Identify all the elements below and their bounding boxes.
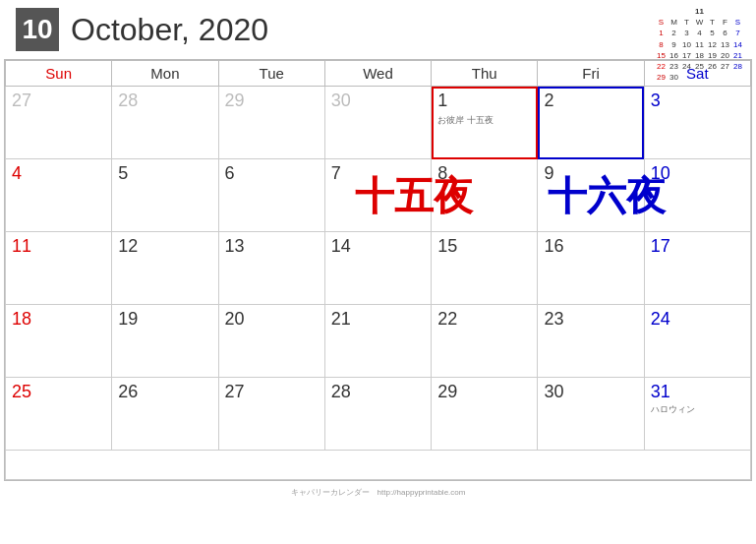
- day-num: 23: [544, 309, 563, 329]
- day-num: 31: [651, 382, 670, 401]
- cell-oct11: 11: [6, 232, 112, 305]
- day-num: 26: [118, 382, 138, 401]
- cell-oct4: 4: [6, 159, 112, 232]
- day-num: 20: [225, 309, 245, 329]
- day-num: 16: [544, 236, 563, 256]
- day-num: 7: [331, 163, 341, 183]
- cell-oct13: 13: [218, 232, 324, 305]
- cell-oct5: 5: [112, 159, 218, 232]
- cell-oct12: 12: [112, 232, 218, 305]
- cell-oct6: 6: [218, 159, 324, 232]
- month-number: 10: [16, 8, 59, 51]
- day-num: 28: [118, 91, 138, 110]
- footer-credit: キャパリーカレンダー http://happyprintable.com: [0, 485, 756, 500]
- cell-oct31: 31 ハロウィン: [644, 378, 750, 451]
- week-row-1: 27 28 29 30 1 お彼岸 十五夜: [6, 87, 751, 159]
- week-row-2: 4 5 6 7 十五夜 8 9: [6, 159, 751, 232]
- day-num: 19: [118, 309, 138, 329]
- cell-oct15: 15: [432, 232, 538, 305]
- cell-sep29: 29: [218, 87, 324, 159]
- day-num: 22: [437, 309, 457, 329]
- cell-oct24: 24: [644, 305, 750, 378]
- day-num: 15: [437, 236, 457, 256]
- day-num: 30: [331, 91, 351, 110]
- cell-oct30: 30: [538, 378, 644, 451]
- day-num: 27: [225, 382, 245, 401]
- cell-sep28: 28: [112, 87, 218, 159]
- day-num: 18: [12, 309, 31, 329]
- month-title: October, 2020: [71, 12, 268, 48]
- mini-month: 11: [655, 6, 744, 17]
- day-num: 29: [437, 382, 457, 401]
- cell-oct16: 16: [538, 232, 644, 305]
- day-num: 12: [118, 236, 138, 256]
- day-num: 11: [12, 236, 31, 256]
- empty-cell: [6, 451, 751, 480]
- week-row-4: 18 19 20 21 22 23: [6, 305, 751, 378]
- day-num: 27: [12, 91, 31, 110]
- header-fri: Fri: [538, 61, 644, 87]
- cell-oct9: 9 十六夜: [538, 159, 644, 232]
- header-tue: Tue: [218, 61, 324, 87]
- cell-oct7: 7 十五夜: [324, 159, 431, 232]
- cell-oct29: 29: [432, 378, 538, 451]
- cell-oct26: 26: [112, 378, 218, 451]
- week-row-6: [6, 451, 751, 480]
- day-num: 5: [118, 163, 128, 183]
- day-num: 9: [544, 163, 553, 183]
- cell-oct17: 17: [644, 232, 750, 305]
- day-num: 10: [651, 163, 670, 183]
- cell-oct27: 27: [218, 378, 324, 451]
- calendar-wrapper: Sun Mon Tue Wed Thu Fri Sat 27 28: [4, 59, 752, 481]
- header-wed: Wed: [324, 61, 431, 87]
- cell-oct28: 28: [324, 378, 431, 451]
- cell-oct19: 19: [112, 305, 218, 378]
- cell-oct20: 20: [218, 305, 324, 378]
- cell-oct3: 3: [644, 87, 750, 159]
- week-row-3: 11 12 13 14 15 16: [6, 232, 751, 305]
- day-num: 3: [651, 91, 661, 110]
- cell-oct22: 22: [432, 305, 538, 378]
- cell-note-oct1: お彼岸 十五夜: [437, 114, 531, 127]
- week-row-5: 25 26 27 28 29 30: [6, 378, 751, 451]
- day-num: 17: [651, 236, 670, 256]
- cell-oct14: 14: [324, 232, 431, 305]
- day-num: 21: [331, 309, 351, 329]
- header-sun: Sun: [6, 61, 112, 87]
- halloween-note: ハロウィン: [651, 403, 744, 416]
- cell-oct25: 25: [6, 378, 112, 451]
- day-num: 28: [331, 382, 351, 401]
- cell-oct1: 1 お彼岸 十五夜: [432, 87, 538, 159]
- mini-calendar: 11 SMTWTFS 1234567 891011121314 15161718…: [655, 6, 744, 83]
- day-num: 14: [331, 236, 351, 256]
- cell-sep30: 30: [324, 87, 431, 159]
- cell-sep27: 27: [6, 87, 112, 159]
- day-num: 29: [225, 91, 245, 110]
- day-num: 8: [437, 163, 447, 183]
- header-thu: Thu: [432, 61, 538, 87]
- header-mon: Mon: [112, 61, 218, 87]
- cell-oct2: 2: [538, 87, 644, 159]
- day-num: 30: [544, 382, 563, 401]
- cell-oct8: 8: [432, 159, 538, 232]
- cell-oct23: 23: [538, 305, 644, 378]
- day-num: 1: [437, 91, 447, 110]
- day-num: 13: [225, 236, 245, 256]
- day-num: 6: [225, 163, 235, 183]
- cell-oct21: 21: [324, 305, 431, 378]
- day-num: 4: [12, 163, 22, 183]
- calendar-header: 10 October, 2020: [0, 0, 756, 59]
- day-num: 24: [651, 309, 670, 329]
- day-num: 2: [544, 91, 553, 110]
- cell-oct18: 18: [6, 305, 112, 378]
- day-num: 25: [12, 382, 31, 401]
- cell-oct10: 10: [644, 159, 750, 232]
